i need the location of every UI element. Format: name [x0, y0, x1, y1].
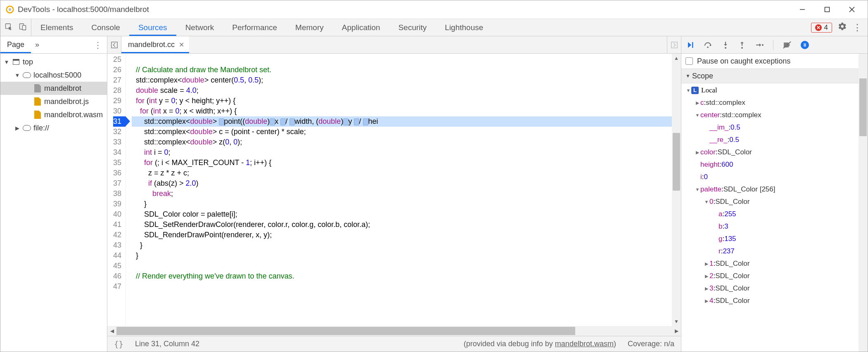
scope-variable[interactable]: __re_: 0.5: [681, 134, 868, 146]
svg-rect-11: [692, 42, 693, 48]
nav-forward-icon[interactable]: [667, 36, 681, 53]
debug-info-link[interactable]: mandelbrot.wasm: [555, 340, 614, 348]
tree-node-label: mandelbrot: [44, 84, 81, 93]
scope-variable[interactable]: r: 237: [681, 245, 868, 258]
tree-node-label: top: [23, 58, 33, 66]
svg-rect-10: [671, 42, 677, 47]
tab-security[interactable]: Security: [389, 19, 436, 36]
scope-variable[interactable]: ▶2: SDL_Color: [681, 270, 868, 282]
scope-variable[interactable]: ▼0: SDL_Color: [681, 196, 868, 208]
tab-lighthouse[interactable]: Lighthouse: [436, 19, 492, 36]
step-into-icon[interactable]: [722, 41, 729, 49]
tab-application[interactable]: Application: [333, 19, 389, 36]
tree-node-icon: [23, 125, 31, 131]
tree-node-icon: [33, 84, 42, 92]
tab-performance[interactable]: Performance: [223, 19, 286, 36]
scope-variable[interactable]: ▼palette: SDL_Color [256]: [681, 183, 868, 196]
debugger-pane: II Pause on caught exceptions ▼ Scope ▼L…: [681, 36, 868, 352]
tree-node-label: mandelbrot.wasm: [44, 111, 103, 119]
tree-node[interactable]: mandelbrot.js: [0, 95, 107, 108]
error-count: 4: [824, 24, 828, 32]
tree-node-label: localhost:5000: [33, 71, 81, 80]
svg-point-12: [707, 46, 709, 48]
error-icon: ✕: [815, 24, 822, 31]
step-out-icon[interactable]: [738, 41, 746, 49]
devtools-icon: [5, 5, 14, 14]
horizontal-scrollbar[interactable]: ◀▶: [107, 326, 681, 336]
inspect-icon[interactable]: [5, 23, 13, 33]
maximize-button[interactable]: [815, 1, 840, 18]
minimize-button[interactable]: [790, 1, 815, 18]
scope-variable[interactable]: ▶c: std::complex: [681, 97, 868, 109]
tab-memory[interactable]: Memory: [286, 19, 333, 36]
editor-pane: mandelbrot.cc ✕ 252627282930313233343536…: [107, 36, 681, 352]
editor-tab[interactable]: mandelbrot.cc ✕: [121, 36, 189, 53]
deactivate-breakpoints-icon[interactable]: [783, 41, 792, 49]
titlebar: DevTools - localhost:5000/mandelbrot: [0, 0, 868, 19]
tree-node-label: file://: [33, 124, 49, 132]
code-area[interactable]: // Calculate and draw the Mandelbrot set…: [126, 54, 681, 326]
tab-sources[interactable]: Sources: [129, 19, 176, 36]
device-icon[interactable]: [19, 23, 27, 33]
scope-variable[interactable]: __im_: 0.5: [681, 121, 868, 134]
nav-back-icon[interactable]: [107, 36, 121, 53]
svg-rect-3: [825, 7, 830, 12]
scope-variable[interactable]: g: 135: [681, 233, 868, 245]
pause-caught-checkbox[interactable]: [685, 57, 693, 65]
scope-variable[interactable]: height: 600: [681, 158, 868, 171]
window-title: DevTools - localhost:5000/mandelbrot: [18, 5, 149, 14]
tree-node-icon: [23, 72, 31, 78]
pause-exceptions-icon[interactable]: II: [801, 41, 809, 49]
file-tree: ▼top▼localhost:5000mandelbrotmandelbrot.…: [0, 54, 107, 352]
tree-node[interactable]: ▶file://: [0, 121, 107, 135]
navigator-tab-page[interactable]: Page: [0, 36, 31, 53]
tree-node-icon: [12, 59, 20, 65]
scope-variable[interactable]: ▶color: SDL_Color: [681, 146, 868, 158]
tree-node[interactable]: mandelbrot.wasm: [0, 108, 107, 121]
scope-variable[interactable]: ▶3: SDL_Color: [681, 282, 868, 295]
pause-caught-row[interactable]: Pause on caught exceptions: [681, 54, 868, 69]
pretty-print-icon[interactable]: {}: [114, 340, 123, 349]
debugger-toolbar: II: [681, 36, 868, 54]
scope-variable[interactable]: a: 255: [681, 208, 868, 220]
tree-node[interactable]: ▼localhost:5000: [0, 69, 107, 82]
tree-node[interactable]: mandelbrot: [0, 82, 107, 95]
scope-tree: ▼LLocal ▶c: std::complex▼center: std::co…: [681, 83, 868, 352]
step-over-icon[interactable]: [704, 41, 713, 49]
scope-variable[interactable]: ▼center: std::complex: [681, 109, 868, 121]
tab-console[interactable]: Console: [82, 19, 129, 36]
navigator-more-icon[interactable]: ⋮: [89, 40, 107, 50]
close-tab-icon[interactable]: ✕: [179, 41, 184, 49]
cursor-position: Line 31, Column 42: [135, 340, 199, 348]
editor-tab-filename: mandelbrot.cc: [128, 40, 175, 49]
settings-icon[interactable]: [838, 22, 847, 33]
svg-rect-8: [22, 25, 26, 30]
navigator-overflow-icon[interactable]: »: [31, 40, 43, 49]
tree-node-icon: [33, 97, 42, 106]
vertical-scrollbar[interactable]: ▲▼: [672, 54, 681, 326]
main-toolbar: ElementsConsoleSourcesNetworkPerformance…: [0, 19, 868, 36]
tree-node[interactable]: ▼top: [0, 55, 107, 69]
scope-section-header[interactable]: ▼ Scope: [681, 69, 868, 83]
close-button[interactable]: [840, 1, 864, 18]
error-count-badge[interactable]: ✕ 4: [811, 23, 832, 33]
tab-network[interactable]: Network: [176, 19, 223, 36]
svg-point-16: [741, 47, 743, 49]
svg-rect-9: [111, 42, 117, 47]
scope-variable[interactable]: i: 0: [681, 171, 868, 183]
line-gutter[interactable]: 2526272829303132333435363738394041424344…: [107, 54, 126, 326]
tab-elements[interactable]: Elements: [31, 19, 82, 36]
scope-scrollbar[interactable]: [859, 54, 868, 352]
navigator-pane: Page » ⋮ ▼top▼localhost:5000mandelbrotma…: [0, 36, 107, 352]
coverage-status: Coverage: n/a: [628, 340, 674, 348]
scope-variable[interactable]: ▶4: SDL_Color: [681, 295, 868, 307]
tree-node-icon: [33, 111, 42, 119]
scope-variable[interactable]: b: 3: [681, 220, 868, 233]
step-icon[interactable]: [755, 41, 764, 49]
svg-point-18: [762, 44, 764, 46]
scope-local-header[interactable]: ▼LLocal: [681, 84, 868, 97]
resume-icon[interactable]: [686, 41, 695, 49]
svg-point-1: [9, 8, 11, 11]
scope-variable[interactable]: ▶1: SDL_Color: [681, 258, 868, 270]
more-icon[interactable]: ⋮: [853, 22, 862, 33]
